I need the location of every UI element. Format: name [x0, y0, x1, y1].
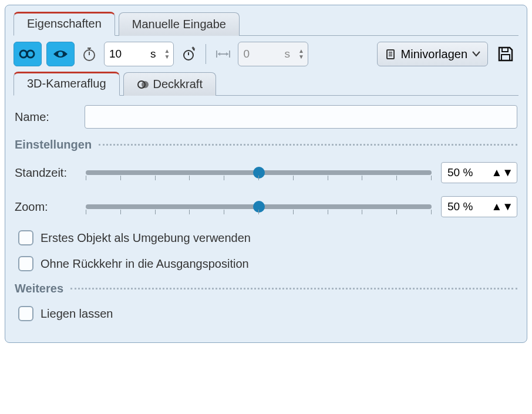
svg-point-21: [142, 81, 149, 88]
zoom-value-box[interactable]: 50 % ▲▼: [441, 196, 517, 217]
main-tabs: Eigenschaften Manuelle Eingabe: [14, 11, 518, 36]
duration-input[interactable]: s ▲▼: [104, 42, 174, 66]
zoom-slider[interactable]: [86, 198, 432, 216]
standzeit-slider[interactable]: [86, 164, 432, 181]
templates-dropdown[interactable]: Minivorlagen: [377, 42, 488, 66]
opacity-icon: [137, 79, 150, 90]
offset-stepper: ▲▼: [295, 49, 308, 59]
zoom-label: Zoom:: [15, 200, 76, 214]
checkbox-first-object-label: Erstes Objekt als Umgebung verwenden: [41, 231, 251, 245]
duration-value[interactable]: [105, 48, 150, 60]
checkbox-leave[interactable]: [18, 306, 33, 321]
checkbox-no-return-label: Ohne Rückkehr in die Ausgangsposition: [41, 257, 249, 271]
templates-label: Minivorlagen: [401, 48, 467, 61]
floppy-disk-icon: [497, 45, 514, 63]
properties-panel: Eigenschaften Manuelle Eingabe: [5, 5, 527, 343]
standzeit-value: 50 %: [447, 166, 473, 179]
save-button[interactable]: [493, 42, 518, 66]
toggle-visibility-link-button[interactable]: [14, 42, 42, 66]
zoom-stepper[interactable]: ▲▼: [491, 200, 513, 213]
separator: [206, 44, 206, 64]
checkbox-no-return-row: Ohne Rückkehr in die Ausgangsposition: [18, 256, 517, 271]
tab-label: Eigenschaften: [27, 17, 102, 31]
tab-eigenschaften[interactable]: Eigenschaften: [14, 12, 115, 36]
reset-duration-button[interactable]: ✦: [179, 44, 198, 64]
duration-stepper[interactable]: ▲▼: [161, 49, 174, 59]
width-offset-icon: [213, 44, 233, 64]
svg-text:✦: ✦: [191, 46, 196, 51]
checkbox-leave-label: Liegen lassen: [41, 307, 113, 321]
eye-icon: [52, 48, 69, 60]
svg-point-3: [58, 52, 63, 56]
offset-unit: s: [284, 48, 295, 60]
standzeit-row: Standzeit: 50 % ▲▼: [15, 162, 517, 183]
name-label: Name:: [15, 110, 76, 124]
eye-link-icon: [19, 48, 36, 60]
tab-label: 3D-Kameraflug: [27, 77, 106, 90]
offset-value: [238, 48, 284, 60]
name-row: Name:: [15, 105, 517, 129]
tab-manuelle-eingabe[interactable]: Manuelle Eingabe: [119, 12, 240, 36]
svg-rect-19: [501, 55, 510, 60]
tab-3d-kameraflug[interactable]: 3D-Kameraflug: [14, 72, 120, 96]
zoom-value: 50 %: [447, 200, 473, 213]
tab-label: Manuelle Eingabe: [132, 18, 226, 31]
standzeit-stepper[interactable]: ▲▼: [491, 166, 513, 179]
toolbar: s ▲▼ ✦ s ▲▼: [14, 42, 518, 66]
form-body: Name: Einstellungen Standzeit: 50 % ▲▼ Z…: [14, 105, 518, 321]
stopwatch-icon: [79, 44, 99, 64]
offset-input: s ▲▼: [238, 42, 308, 66]
preview-button[interactable]: [46, 42, 75, 66]
checkbox-first-object[interactable]: [18, 230, 33, 245]
tab-label: Deckkraft: [153, 78, 203, 91]
name-input[interactable]: [85, 105, 517, 129]
zoom-row: Zoom: 50 % ▲▼: [15, 196, 517, 217]
standzeit-label: Standzeit:: [15, 166, 76, 180]
section-einstellungen: Einstellungen: [15, 138, 517, 152]
checkbox-no-return[interactable]: [18, 256, 33, 271]
checkbox-leave-row: Liegen lassen: [18, 306, 517, 321]
duration-unit: s: [150, 48, 161, 60]
template-icon: [385, 48, 396, 60]
chevron-down-icon: [472, 51, 480, 57]
standzeit-value-box[interactable]: 50 % ▲▼: [441, 162, 517, 183]
sub-tabs: 3D-Kameraflug Deckkraft: [14, 71, 518, 96]
checkbox-first-object-row: Erstes Objekt als Umgebung verwenden: [18, 230, 517, 245]
tab-deckkraft[interactable]: Deckkraft: [123, 72, 216, 96]
section-weiteres: Weiteres: [15, 282, 517, 295]
